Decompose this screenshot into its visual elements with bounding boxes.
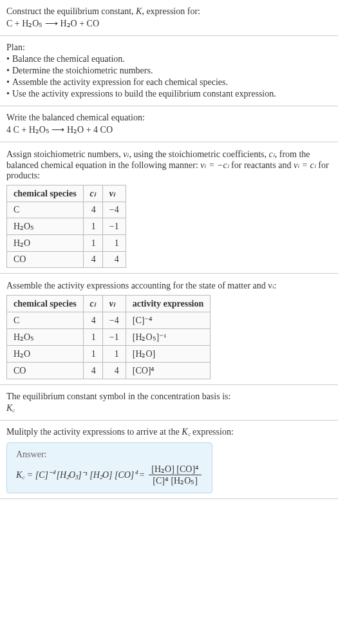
col-activity: activity expression — [126, 296, 211, 312]
plan-bullet: •Balance the chemical equation. — [6, 54, 332, 64]
activity-intro-text: Assemble the activity expressions accoun… — [6, 281, 277, 290]
table-row: H₂O 1 1 — [7, 235, 126, 252]
answer-denominator: [C]⁴ [H₂O₅] — [149, 475, 202, 486]
table-row: H₂O₅ 1 −1 [H₂O₅]⁻¹ — [7, 329, 211, 346]
cell-ci: 4 — [83, 363, 102, 379]
kc-intro: The equilibrium constant symbol in the c… — [6, 392, 332, 402]
cell-species: H₂O₅ — [7, 329, 84, 346]
answer-lhs: K꜀ = [C]⁻⁴ [H₂O₅]⁻¹ [H₂O] [CO]⁴ = — [16, 470, 145, 480]
assign-t4: for reactants and — [229, 160, 294, 170]
cell-ci: 1 — [83, 346, 102, 363]
cell-nu: −1 — [102, 218, 126, 235]
page-title: Construct the equilibrium constant, K, e… — [6, 6, 332, 17]
cell-nu: 1 — [102, 235, 126, 252]
cell-ci: 4 — [83, 252, 102, 268]
col-nu: νᵢ — [102, 185, 126, 202]
cell-nu: 4 — [102, 252, 126, 268]
col-species: chemical species — [7, 185, 84, 202]
col-species: chemical species — [7, 296, 84, 312]
col-ci: cᵢ — [83, 296, 102, 312]
answer-equation: K꜀ = [C]⁻⁴ [H₂O₅]⁻¹ [H₂O] [CO]⁴ = [H₂O] … — [16, 464, 203, 486]
cell-species: H₂O — [7, 235, 84, 252]
plan-b1: Balance the chemical equation. — [12, 54, 125, 64]
multiply-t1: Mulitply the activity expressions to arr… — [6, 427, 182, 437]
plan-bullet: •Assemble the activity expression for ea… — [6, 77, 332, 88]
unbalanced-equation: C + H₂O₅ ⟶ H₂O + CO — [6, 18, 332, 29]
answer-fraction: [H₂O] [CO]⁴ [C]⁴ [H₂O₅] — [149, 464, 202, 486]
stoich-table: chemical species cᵢ νᵢ C 4 −4 H₂O₅ 1 −1 … — [6, 185, 126, 268]
plan-bullet: •Determine the stoichiometric numbers. — [6, 66, 332, 76]
balanced-intro: Write the balanced chemical equation: — [6, 113, 332, 123]
kc-inline: K꜀ — [182, 427, 190, 437]
cell-nu: −1 — [102, 329, 126, 346]
bullet-icon: • — [6, 89, 10, 99]
title-text-1: Construct the equilibrium constant, — [6, 6, 136, 16]
balanced-equation: 4 C + H₂O₅ ⟶ H₂O + 4 CO — [6, 124, 332, 135]
assign-t2: , using the stoichiometric coefficients, — [129, 149, 268, 159]
assign-section: Assign stoichiometric numbers, νᵢ, using… — [0, 142, 338, 274]
assign-text: Assign stoichiometric numbers, νᵢ, using… — [6, 149, 332, 181]
cell-nu: −4 — [102, 202, 126, 218]
plan-b3: Assemble the activity expression for eac… — [12, 77, 228, 87]
cell-ci: 4 — [83, 202, 102, 218]
plan-b2: Determine the stoichiometric numbers. — [12, 66, 153, 75]
table-row: CO 4 4 — [7, 252, 126, 268]
cell-species: C — [7, 202, 84, 218]
activity-intro: Assemble the activity expressions accoun… — [6, 280, 332, 291]
ci-symbol: cᵢ — [269, 149, 275, 159]
cell-nu: 1 — [102, 346, 126, 363]
answer-label: Answer: — [16, 450, 203, 460]
title-text-2: , expression for: — [142, 6, 200, 16]
activity-section: Assemble the activity expressions accoun… — [0, 274, 338, 385]
table-header-row: chemical species cᵢ νᵢ activity expressi… — [7, 296, 211, 312]
answer-box: Answer: K꜀ = [C]⁻⁴ [H₂O₅]⁻¹ [H₂O] [CO]⁴ … — [6, 442, 212, 493]
cell-nu: −4 — [102, 312, 126, 329]
cell-species: H₂O — [7, 346, 84, 363]
kc-symbol-section: The equilibrium constant symbol in the c… — [0, 385, 338, 421]
cell-activity: [CO]⁴ — [126, 363, 211, 379]
plan-header: Plan: — [6, 43, 332, 53]
activity-table: chemical species cᵢ νᵢ activity expressi… — [6, 295, 211, 379]
answer-numerator: [H₂O] [CO]⁴ — [149, 464, 202, 475]
cell-activity: [H₂O₅]⁻¹ — [126, 329, 211, 346]
cell-species: CO — [7, 252, 84, 268]
cell-ci: 1 — [83, 235, 102, 252]
plan-bullet: •Use the activity expressions to build t… — [6, 89, 332, 99]
cell-activity: [H₂O] — [126, 346, 211, 363]
col-ci: cᵢ — [83, 185, 102, 202]
bullet-icon: • — [6, 54, 10, 64]
rel-prod: νᵢ = cᵢ — [294, 160, 316, 170]
kc-symbol: K꜀ — [6, 403, 332, 413]
table-header-row: chemical species cᵢ νᵢ — [7, 185, 126, 202]
cell-activity: [C]⁻⁴ — [126, 312, 211, 329]
answer-section: Mulitply the activity expressions to arr… — [0, 421, 338, 499]
table-row: CO 4 4 [CO]⁴ — [7, 363, 211, 379]
cell-species: H₂O₅ — [7, 218, 84, 235]
k-symbol: K — [136, 6, 142, 16]
multiply-intro: Mulitply the activity expressions to arr… — [6, 427, 332, 437]
bullet-icon: • — [6, 66, 10, 75]
plan-b4: Use the activity expressions to build th… — [12, 89, 276, 99]
rel-react: νᵢ = −cᵢ — [200, 160, 229, 170]
cell-ci: 4 — [83, 312, 102, 329]
multiply-t2: expression: — [191, 427, 234, 437]
cell-nu: 4 — [102, 363, 126, 379]
bullet-icon: • — [6, 77, 10, 87]
table-row: C 4 −4 [C]⁻⁴ — [7, 312, 211, 329]
assign-t1: Assign stoichiometric numbers, — [6, 149, 123, 159]
col-nu: νᵢ — [102, 296, 126, 312]
table-row: C 4 −4 — [7, 202, 126, 218]
plan-section: Plan: •Balance the chemical equation. •D… — [0, 36, 338, 106]
balanced-section: Write the balanced chemical equation: 4 … — [0, 106, 338, 142]
cell-species: CO — [7, 363, 84, 379]
table-row: H₂O 1 1 [H₂O] — [7, 346, 211, 363]
table-row: H₂O₅ 1 −1 — [7, 218, 126, 235]
cell-ci: 1 — [83, 218, 102, 235]
cell-species: C — [7, 312, 84, 329]
cell-ci: 1 — [83, 329, 102, 346]
title-section: Construct the equilibrium constant, K, e… — [0, 0, 338, 36]
